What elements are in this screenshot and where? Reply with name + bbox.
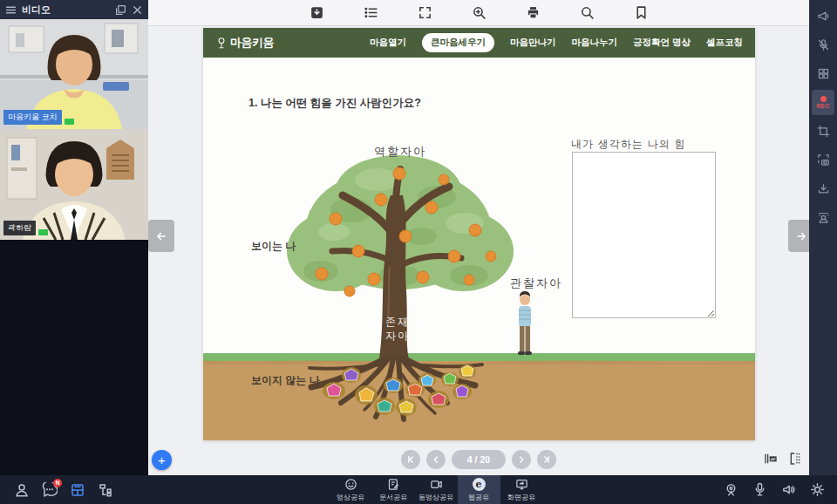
fullscreen-icon[interactable] [418, 5, 432, 20]
presentation-slide: 마음키움 마음열기 큰마음세우기 마음만나기 마음나누기 긍정확언 명상 셀프코… [203, 28, 755, 440]
tree-logo-icon [215, 37, 228, 49]
next-page-button[interactable] [512, 450, 531, 469]
tab-big-mind[interactable]: 큰마음세우기 [422, 33, 494, 52]
mic-level-indicator [38, 229, 48, 235]
label-observer-self: 관찰자아 [510, 276, 562, 291]
slide-prev-arrow[interactable] [148, 220, 174, 252]
close-icon[interactable] [132, 4, 143, 16]
viewer-toolbar [148, 0, 809, 26]
outline-list-icon[interactable] [364, 5, 378, 20]
record-dot-icon [820, 96, 827, 102]
microphone-icon[interactable] [752, 482, 767, 497]
capture-camera-icon[interactable] [812, 147, 834, 173]
add-button[interactable]: + [152, 450, 172, 470]
label-being-self: 존재 자아 [371, 315, 424, 343]
download-icon[interactable] [812, 176, 834, 201]
video-tile-coach: 마음키움 코치 [0, 19, 148, 129]
popout-window-icon[interactable] [115, 4, 126, 16]
crop-icon[interactable] [812, 119, 834, 144]
menu-icon[interactable] [5, 4, 17, 16]
tab-affirmation[interactable]: 긍정확언 명상 [633, 37, 691, 49]
smiley-icon [344, 478, 357, 491]
video-panel-title: 비디오 [22, 3, 110, 17]
document-viewer: 마음키움 마음열기 큰마음세우기 마음만나기 마음나누기 긍정확언 명상 셀프코… [148, 0, 809, 475]
label-invisible-me: 보이지 않는 나 [251, 373, 320, 388]
first-page-button[interactable] [401, 450, 420, 469]
video-camera-icon [430, 478, 443, 491]
tab-self-coaching[interactable]: 셀프코칭 [706, 37, 743, 49]
maumkium-logo: 마음키움 [215, 35, 274, 51]
announce-megaphone-icon[interactable] [812, 3, 834, 29]
tool-rail: REC [809, 0, 837, 475]
thumbnail-panel-icon[interactable] [764, 452, 778, 466]
share-video-feed[interactable]: 영상공유 [330, 475, 372, 504]
chat-icon[interactable]: N [42, 482, 58, 498]
search-icon[interactable] [580, 5, 595, 20]
share-screen[interactable]: 화면공유 [500, 475, 543, 504]
video-tile-student: 곽하람 [0, 129, 148, 240]
document-edit-icon [387, 478, 400, 491]
speaker-icon[interactable] [781, 482, 796, 497]
zoom-in-icon[interactable] [472, 5, 487, 20]
last-page-button[interactable] [537, 450, 556, 469]
browser-e-icon: e [473, 478, 486, 491]
participant-name-tag: 마음키움 코치 [3, 110, 62, 125]
tab-maum-meet[interactable]: 마음만나기 [510, 37, 556, 49]
breakout-structure-icon[interactable] [98, 482, 113, 498]
mic-record-mute-icon[interactable] [812, 32, 834, 58]
whiteboard-icon[interactable] [70, 482, 85, 498]
print-icon[interactable] [526, 5, 541, 20]
participants-icon[interactable] [14, 482, 30, 498]
label-visible-me: 보이는 나 [251, 239, 296, 254]
slide-menu-bar: 마음키움 마음열기 큰마음세우기 마음만나기 마음나누기 긍정확언 명상 셀프코… [203, 28, 755, 58]
screen-share-icon [515, 478, 528, 491]
video-panel-header: 비디오 [0, 0, 148, 19]
share-movie[interactable]: 동영상공유 [415, 475, 458, 504]
page-indicator: 4 / 20 [452, 450, 506, 469]
tab-maum-share[interactable]: 마음나누기 [572, 37, 618, 49]
tab-maum-open[interactable]: 마음열기 [370, 37, 406, 49]
bookmark-icon[interactable] [634, 5, 649, 20]
save-to-box-icon[interactable] [310, 5, 324, 20]
slide-content: 1. 나는 어떤 힘을 가진 사람인가요? 역할자아 보이는 나 존재 자아 관… [203, 58, 755, 440]
bottom-toolbar: N 영상공유 문서공유 동영상공유 e 웹공유 화면공유 [0, 475, 837, 504]
mic-level-indicator [65, 119, 74, 125]
record-button[interactable]: REC [812, 90, 834, 115]
chat-new-badge: N [53, 479, 62, 487]
settings-gear-icon[interactable] [810, 482, 825, 497]
share-document[interactable]: 문서공유 [372, 475, 415, 504]
participant-name-tag: 곽하람 [3, 221, 36, 235]
page-navigation: 4 / 20 [148, 450, 809, 469]
share-web[interactable]: e 웹공유 [458, 475, 500, 504]
slide-title: 1. 나는 어떤 힘을 가진 사람인가요? [248, 96, 421, 111]
audience-icon[interactable] [812, 205, 834, 230]
webcam-icon[interactable] [724, 482, 738, 497]
share-menu: 영상공유 문서공유 동영상공유 e 웹공유 화면공유 [148, 475, 724, 504]
video-sidebar: 비디오 마음키움 코치 [0, 0, 148, 475]
label-role-self: 역할자아 [374, 144, 426, 160]
layout-grid-icon[interactable] [812, 61, 834, 86]
page-layout-icon[interactable] [788, 452, 802, 466]
my-power-textarea[interactable] [572, 152, 716, 318]
prev-page-button[interactable] [426, 450, 446, 469]
textarea-label: 내가 생각하는 나의 힘 [571, 137, 685, 152]
